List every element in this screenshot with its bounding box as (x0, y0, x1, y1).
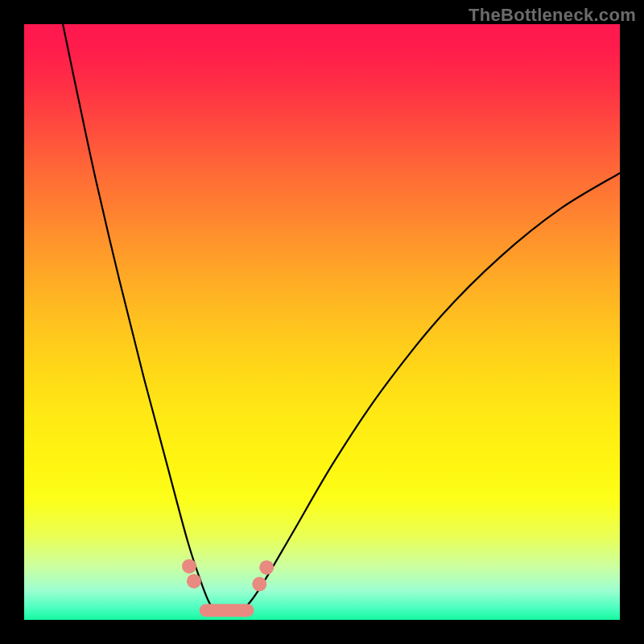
gradient-plot-area (24, 24, 620, 620)
attribution-watermark: TheBottleneck.com (469, 5, 636, 26)
valley-dot (187, 574, 201, 588)
bottleneck-curve (63, 24, 620, 613)
valley-dot (252, 577, 266, 592)
valley-dot (182, 559, 196, 573)
chart-svg (24, 24, 620, 620)
valley-dot-markers (182, 559, 274, 591)
valley-dot (259, 560, 274, 575)
